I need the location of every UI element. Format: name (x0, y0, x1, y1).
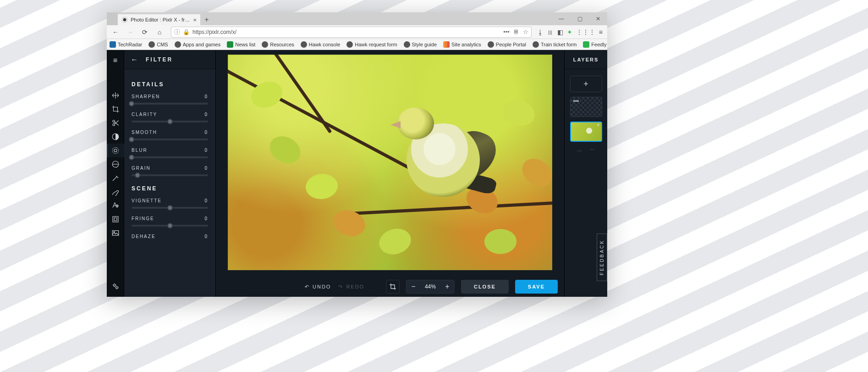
sharpen-thumb[interactable] (129, 101, 134, 106)
sidebar-icon[interactable]: ◧ (557, 28, 563, 36)
bookmark-train-ticket[interactable]: Train ticket form (533, 41, 577, 48)
grain-label: GRAIN (132, 166, 151, 171)
blur-value: 0 (204, 148, 208, 153)
feedback-button[interactable]: FEEDBACK (597, 233, 607, 281)
sharpen-value: 0 (204, 94, 208, 99)
browser-tab[interactable]: Photo Editor : Pixlr X - free im… × (118, 14, 200, 25)
redo-button[interactable]: ↷REDO (338, 284, 364, 290)
bookmark-star-icon[interactable]: ☆ (523, 28, 528, 35)
sharpen-slider[interactable]: SHARPEN0 (132, 94, 208, 105)
text-tool-icon[interactable] (107, 199, 124, 212)
save-button[interactable]: SAVE (515, 280, 558, 294)
hamburger-menu-icon[interactable]: ≡ (113, 54, 117, 73)
tab-favicon-icon (121, 17, 128, 23)
nav-reload-button[interactable]: ⟳ (139, 26, 151, 38)
tab-close-icon[interactable]: × (193, 17, 197, 23)
liquify-tool-icon[interactable] (107, 171, 124, 185)
svg-rect-7 (114, 218, 117, 221)
smooth-thumb[interactable] (129, 137, 134, 142)
redo-icon: ↷ (338, 284, 343, 290)
browser-window: Photo Editor : Pixlr X - free im… × + — … (107, 12, 607, 297)
fringe-value: 0 (204, 216, 208, 221)
adjust-tool-icon[interactable] (107, 130, 124, 144)
grain-thumb[interactable] (135, 172, 140, 178)
filter-tool-icon[interactable] (107, 144, 124, 157)
bookmark-feedly[interactable]: Feedly (583, 41, 606, 48)
site-info-icon[interactable]: i (174, 29, 180, 35)
vignette-slider[interactable]: VIGNETTE0 (132, 198, 208, 209)
add-layer-button[interactable]: + (570, 76, 602, 92)
zoom-out-button[interactable]: − (407, 280, 420, 294)
url-bar[interactable]: i 🔒 https://pixlr.com/x/ ••• ⛨ ☆ (171, 27, 532, 38)
layer-down-icon[interactable]: ﹀ (590, 146, 595, 154)
preferences-icon[interactable] (107, 279, 124, 293)
bookmark-people-portal[interactable]: People Portal (488, 41, 526, 48)
bookmark-style-guide[interactable]: Style guide (404, 41, 437, 48)
clarity-thumb[interactable] (167, 119, 173, 124)
bookmark-hawk-console[interactable]: Hawk console (301, 41, 340, 48)
tab-title: Photo Editor : Pixlr X - free im… (131, 17, 190, 22)
zoom-in-button[interactable]: + (440, 280, 454, 294)
bookmark-techradar[interactable]: TechRadar (110, 41, 142, 48)
bookmark-site-analytics[interactable]: Site analytics (443, 41, 481, 48)
nav-back-button[interactable]: ← (110, 26, 121, 38)
vignette-thumb[interactable] (167, 205, 173, 211)
grid-ext-icon[interactable]: ⋮⋮⋮ (576, 28, 595, 36)
dehaze-value: 0 (204, 234, 208, 239)
clarity-slider[interactable]: CLARITY0 (132, 112, 208, 122)
layer-thumb-image[interactable] (570, 122, 602, 142)
arrange-tool-icon[interactable] (107, 89, 124, 102)
window-maximize-button[interactable]: ▢ (571, 12, 589, 25)
blur-slider[interactable]: BLUR0 (132, 148, 208, 158)
library-icon[interactable]: ⫼ (547, 28, 554, 36)
action-bar: ↶UNDO ↷REDO − 44% + CLOSE SAVE (216, 277, 564, 297)
blur-thumb[interactable] (129, 155, 134, 160)
nav-forward-button[interactable]: → (124, 26, 136, 38)
new-tab-button[interactable]: + (200, 14, 213, 25)
element-tool-icon[interactable] (107, 212, 124, 226)
smooth-slider[interactable]: SMOOTH0 (132, 130, 208, 140)
zoom-value: 44% (420, 283, 440, 290)
effect-tool-icon[interactable] (107, 157, 124, 171)
bookmark-resources[interactable]: Resources (262, 41, 294, 48)
draw-tool-icon[interactable] (107, 185, 124, 199)
cutout-tool-icon[interactable] (107, 116, 124, 130)
bookmark-news-list[interactable]: News list (227, 41, 255, 48)
app-menu-icon[interactable]: ≡ (599, 28, 603, 36)
fringe-thumb[interactable] (167, 223, 173, 228)
vignette-value: 0 (204, 198, 208, 203)
bookmark-apps-and-games[interactable]: Apps and games (175, 41, 221, 48)
svg-point-9 (113, 232, 114, 233)
layer-nav: ︿ ﹀ (577, 146, 595, 154)
smooth-label: SMOOTH (132, 130, 157, 135)
image-tool-icon[interactable] (107, 226, 124, 240)
grain-slider[interactable]: GRAIN0 (132, 166, 208, 176)
layer-up-icon[interactable]: ︿ (577, 146, 582, 154)
nav-home-button[interactable]: ⌂ (154, 26, 165, 38)
grain-value: 0 (204, 166, 208, 171)
clarity-value: 0 (204, 112, 208, 117)
close-button[interactable]: CLOSE (461, 280, 509, 294)
layer-thumb-empty[interactable] (570, 97, 602, 117)
window-minimize-button[interactable]: — (552, 12, 571, 25)
reader-icon[interactable]: ⛨ (513, 28, 519, 35)
fit-screen-button[interactable] (386, 280, 400, 294)
svg-point-11 (115, 287, 118, 289)
window-close-button[interactable]: ✕ (589, 12, 607, 25)
canvas-area: ↶UNDO ↷REDO − 44% + CLOSE SAVE (216, 50, 564, 297)
canvas-stage[interactable] (216, 50, 564, 277)
bookmark-hawk-request[interactable]: Hawk request form (346, 41, 397, 48)
canvas-image[interactable] (228, 55, 552, 270)
window-controls: — ▢ ✕ (552, 12, 607, 25)
fringe-label: FRINGE (132, 216, 154, 221)
downloads-icon[interactable]: ⭳ (537, 28, 544, 36)
extension-icon[interactable]: ✦ (567, 28, 572, 36)
dehaze-slider[interactable]: DEHAZE0 (132, 234, 208, 239)
svg-rect-6 (113, 217, 118, 222)
undo-button[interactable]: ↶UNDO (305, 284, 331, 290)
filter-back-button[interactable]: ← (131, 56, 139, 64)
page-actions-icon[interactable]: ••• (503, 28, 510, 35)
crop-tool-icon[interactable] (107, 102, 124, 116)
fringe-slider[interactable]: FRINGE0 (132, 216, 208, 227)
bookmark-cms[interactable]: CMS (148, 41, 168, 48)
